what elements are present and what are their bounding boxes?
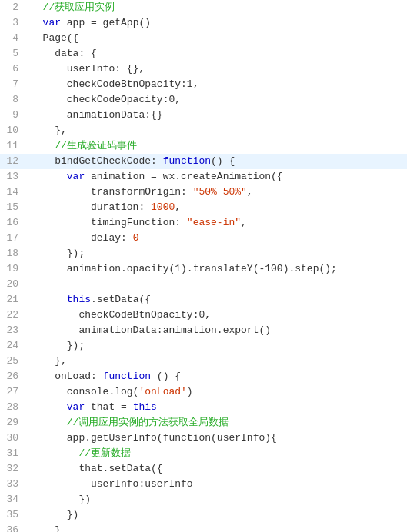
code-token: animation = wx.createAnimation({ (85, 171, 282, 182)
code-token (31, 17, 43, 28)
line-content: timingFunction: "ease-in", (28, 215, 407, 231)
line-number: 22 (0, 308, 28, 323)
line-number: 2 (0, 0, 28, 15)
code-line: 4 Page({ (0, 31, 407, 46)
code-line: 2 //获取应用实例 (0, 0, 407, 15)
line-number: 30 (0, 431, 28, 446)
code-line: 32 that.setData({ (0, 461, 407, 477)
line-content: transformOrigin: "50% 50%", (28, 185, 407, 200)
line-content: duration: 1000, (28, 200, 407, 215)
code-token: app.getUserInfo(function(userInfo){ (31, 432, 277, 444)
code-line: 9 animationData:{} (0, 108, 407, 123)
line-content: }, (28, 123, 407, 138)
code-line: 17 delay: 0 (0, 231, 407, 246)
code-line: 30 app.getUserInfo(function(userInfo){ (0, 431, 407, 446)
code-token: } (31, 524, 61, 532)
line-content: delay: 0 (28, 231, 407, 246)
code-token: duration: (31, 201, 151, 213)
code-token: that.setData({ (31, 463, 163, 474)
line-content: //更新数据 (28, 446, 407, 461)
code-token: ) (187, 386, 193, 397)
line-number: 5 (0, 46, 28, 62)
line-content: }) (28, 507, 407, 523)
code-token: //生成验证码事件 (55, 140, 137, 151)
code-token: function (163, 155, 211, 167)
line-content: console.log('onLoad') (28, 384, 407, 400)
line-number: 19 (0, 261, 28, 277)
line-content: checkCodeBtnOpacity:1, (28, 77, 407, 92)
code-line: 13 var animation = wx.createAnimation({ (0, 169, 407, 185)
code-token: console.log( (31, 386, 138, 397)
line-content: checkCodeBtnOpacity:0, (28, 308, 407, 323)
code-token: "ease-in" (187, 217, 241, 228)
code-token (31, 2, 43, 13)
code-token: //更新数据 (78, 447, 131, 459)
code-line: 14 transformOrigin: "50% 50%", (0, 185, 407, 200)
line-number: 33 (0, 477, 28, 492)
code-token: 'onLoad' (138, 386, 186, 397)
code-line: 29 //调用应用实例的方法获取全局数据 (0, 415, 407, 431)
code-token (31, 447, 78, 459)
line-number: 6 (0, 62, 28, 77)
code-token: animation.opacity(1).translateY(-100).st… (31, 263, 337, 274)
code-token: }); (31, 340, 85, 351)
code-token: userInfo:userInfo (31, 478, 193, 490)
line-content: //调用应用实例的方法获取全局数据 (28, 415, 407, 431)
code-token: transformOrigin: (31, 186, 193, 198)
code-token (31, 140, 55, 151)
line-content: //生成验证码事件 (28, 138, 407, 154)
code-token: app = getApp() (61, 17, 151, 28)
code-token: "50% 50%" (193, 186, 247, 198)
line-content: animationData:{} (28, 108, 407, 123)
code-token: () { (151, 371, 181, 382)
line-content: }) (28, 492, 407, 507)
line-number: 17 (0, 231, 28, 246)
code-token: function (103, 371, 151, 382)
code-token: userInfo: {}, (31, 63, 145, 75)
code-line: 36 } (0, 523, 407, 532)
code-token: this (133, 401, 157, 413)
line-number: 34 (0, 492, 28, 507)
line-content: animationData:animation.export() (28, 323, 407, 338)
line-number: 9 (0, 108, 28, 123)
line-content: app.getUserInfo(function(userInfo){ (28, 431, 407, 446)
code-token: , (175, 201, 181, 213)
code-token: //调用应用实例的方法获取全局数据 (67, 417, 229, 428)
line-number: 3 (0, 15, 28, 31)
code-token: timingFunction: (31, 217, 187, 228)
code-line: 27 console.log('onLoad') (0, 384, 407, 400)
code-token (31, 294, 67, 305)
code-line: 19 animation.opacity(1).translateY(-100)… (0, 261, 407, 277)
code-token: }); (31, 248, 85, 259)
line-number: 8 (0, 92, 28, 108)
code-token (31, 417, 67, 428)
line-number: 10 (0, 123, 28, 138)
line-number: 21 (0, 292, 28, 308)
code-line: 35 }) (0, 507, 407, 523)
code-token: var (67, 171, 85, 182)
line-content: //获取应用实例 (28, 0, 407, 15)
line-content: var that = this (28, 400, 407, 415)
line-number: 28 (0, 400, 28, 415)
code-token (31, 401, 67, 413)
line-content: }); (28, 338, 407, 354)
code-token: 1000 (151, 201, 175, 213)
line-content: var app = getApp() (28, 15, 407, 31)
code-line: 24 }); (0, 338, 407, 354)
line-content: userInfo: {}, (28, 62, 407, 77)
line-number: 11 (0, 138, 28, 154)
code-editor: 2 //获取应用实例3 var app = getApp()4 Page({5 … (0, 0, 407, 532)
code-token: that = (85, 401, 132, 413)
line-number: 7 (0, 77, 28, 92)
code-token: //获取应用实例 (43, 2, 115, 13)
code-token: }, (31, 125, 67, 136)
line-content: }); (28, 246, 407, 261)
code-token: , (247, 186, 253, 198)
code-line: 15 duration: 1000, (0, 200, 407, 215)
code-token: .setData({ (91, 294, 151, 305)
line-number: 26 (0, 369, 28, 384)
line-number: 25 (0, 354, 28, 369)
code-token: 0 (133, 232, 139, 244)
code-line: 33 userInfo:userInfo (0, 477, 407, 492)
line-number: 27 (0, 384, 28, 400)
